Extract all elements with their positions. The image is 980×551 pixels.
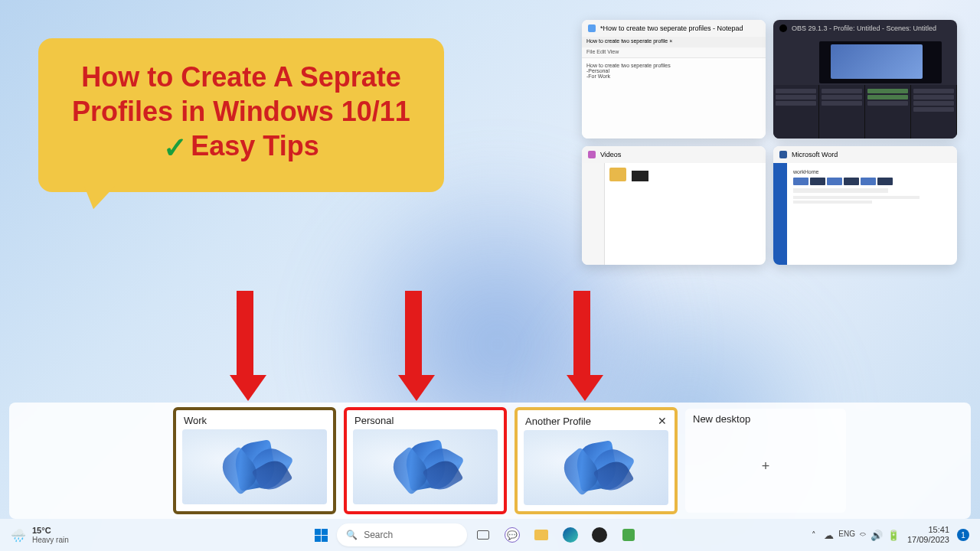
- word-body: workHome: [773, 163, 957, 265]
- app-button[interactable]: [616, 522, 642, 548]
- search-icon: 🔍: [346, 530, 358, 540]
- weather-condition: Heavy rain: [32, 536, 69, 544]
- taskview-window-explorer[interactable]: Videos: [582, 146, 766, 265]
- start-button[interactable]: [308, 522, 334, 548]
- desktop-tile-personal[interactable]: Personal: [344, 407, 507, 514]
- weather-icon: 🌧️: [11, 528, 26, 543]
- obs-icon: [779, 24, 787, 32]
- weather-temp: 15°C: [32, 526, 69, 535]
- explorer-button[interactable]: [528, 522, 554, 548]
- notepad-icon: [588, 24, 596, 32]
- arrow-icon: [398, 291, 429, 401]
- arrow-icon: [567, 291, 597, 401]
- volume-icon[interactable]: 🔊: [871, 530, 883, 541]
- windows-logo-icon: [315, 529, 328, 542]
- taskbar-search[interactable]: 🔍 Search: [337, 523, 467, 546]
- word-icon: [779, 151, 787, 158]
- chevron-up-icon[interactable]: ˄: [812, 530, 816, 540]
- taskview-title: OBS 29.1.3 - Profile: Untitled - Scenes:…: [792, 24, 936, 32]
- language-indicator[interactable]: ENG: [838, 530, 855, 541]
- chat-button[interactable]: 💬: [499, 522, 525, 548]
- notepad-body: How to create two seperate profiles -Per…: [582, 58, 766, 139]
- desktop-tile-work[interactable]: Work: [173, 407, 336, 514]
- desktop-label: Personal: [354, 415, 394, 426]
- checkmark-icon: ✓: [163, 132, 188, 164]
- title-line-1: How to Create A Seprate: [61, 60, 421, 94]
- plus-icon: +: [762, 458, 770, 474]
- taskview-window-obs[interactable]: OBS 29.1.3 - Profile: Untitled - Scenes:…: [773, 20, 957, 139]
- close-desktop-button[interactable]: ✕: [658, 415, 667, 427]
- desktop-label: Work: [184, 415, 207, 426]
- notepad-menu: File Edit View: [582, 47, 766, 58]
- onedrive-icon[interactable]: ☁: [824, 530, 834, 541]
- new-desktop-label: New desktop: [693, 413, 750, 425]
- clock-time: 15:41: [907, 525, 949, 535]
- explorer-body: [582, 163, 766, 265]
- arrow-icon: [230, 291, 260, 401]
- desktop-tile-another[interactable]: Another Profile ✕: [514, 407, 678, 514]
- edge-button[interactable]: [557, 522, 583, 548]
- task-view-thumbnails: *How to create two seperate profiles - N…: [582, 20, 957, 265]
- task-view-button[interactable]: [470, 522, 496, 548]
- taskview-title: Videos: [600, 151, 621, 158]
- taskview-window-word[interactable]: Microsoft Word workHome: [773, 146, 957, 265]
- videos-folder-icon: [588, 151, 596, 158]
- title-callout: How to Create A Seprate Profiles in Wind…: [38, 38, 444, 192]
- notepad-tab: How to create two seperate profile ×: [582, 37, 766, 47]
- folder-icon: [534, 530, 548, 540]
- wifi-icon[interactable]: ⌔: [860, 530, 866, 541]
- clock-date: 17/09/2023: [907, 535, 949, 545]
- title-line-3: ✓Easy Tips: [61, 129, 421, 166]
- system-tray[interactable]: ☁ ENG ⌔ 🔊 🔋: [824, 530, 900, 541]
- app-button[interactable]: [586, 522, 612, 548]
- notification-badge[interactable]: 1: [957, 529, 969, 541]
- obs-preview-body: [773, 37, 957, 139]
- clock[interactable]: 15:41 17/09/2023: [907, 525, 949, 544]
- battery-icon[interactable]: 🔋: [887, 530, 900, 541]
- taskbar: 🌧️ 15°C Heavy rain 🔍 Search 💬 ˄ ☁ ENG ⌔ …: [0, 519, 980, 551]
- search-placeholder: Search: [364, 530, 393, 540]
- taskview-window-notepad[interactable]: *How to create two seperate profiles - N…: [582, 20, 766, 139]
- desktop-label: Another Profile: [525, 416, 591, 427]
- taskview-title: *How to create two seperate profiles - N…: [600, 24, 743, 32]
- weather-widget[interactable]: 🌧️ 15°C Heavy rain: [0, 526, 138, 543]
- new-desktop-button[interactable]: New desktop +: [685, 409, 846, 513]
- taskview-title: Microsoft Word: [792, 151, 838, 158]
- title-line-2: Profiles in Windows 10/11: [61, 94, 421, 129]
- virtual-desktops-bar: Work Personal Another Profile ✕ New desk…: [9, 403, 971, 519]
